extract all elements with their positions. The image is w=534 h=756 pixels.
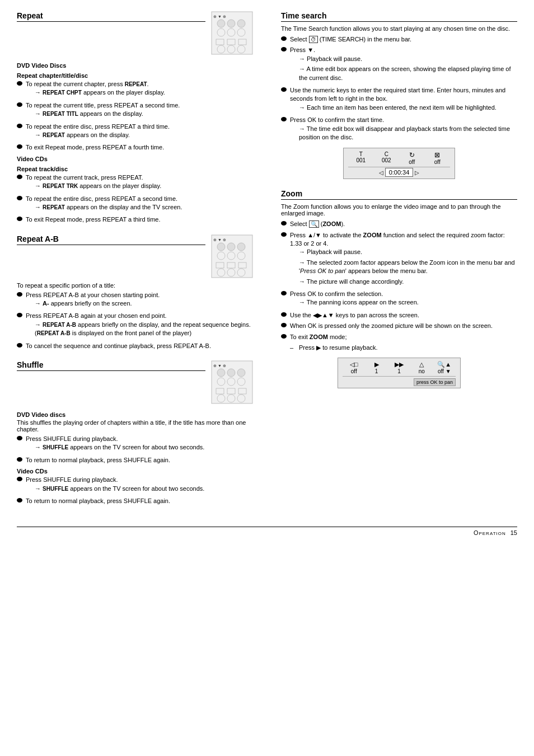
svg-text:⊕ ▼ ⊕: ⊕ ▼ ⊕ <box>213 364 226 368</box>
repeat-ab-intro: To repeat a specific portion of a title: <box>17 282 253 289</box>
arrow-text: → Each time an item has been entered, th… <box>299 104 517 112</box>
svg-point-16 <box>217 243 225 251</box>
list-item: Select ⏱ (TIME SEARCH) in the menu bar. <box>281 35 517 44</box>
zoom-display-top-row: ◁□ off ▶ 1 ▶▶ 1 △ no <box>343 361 456 377</box>
list-item: Use the ◀▶▲▼ keys to pan across the scre… <box>281 311 517 320</box>
dash-item: – Press ▶ to resume playback. <box>290 344 517 352</box>
bullet-icon <box>17 81 22 86</box>
vcd-subtitle: Video CDs <box>17 156 253 162</box>
time-search-intro: The Time Search function allows you to s… <box>281 25 517 32</box>
bullet-icon <box>281 323 287 327</box>
shuffle-dvd-list: Press SHUFFLE during playback. → SHUFFLE… <box>17 435 253 464</box>
repeat-ab-section: Repeat A-B ⊕ ▼ ⊕ <box>17 234 253 350</box>
repeat-ab-title: Repeat A-B <box>17 234 205 245</box>
zoom-col-3: ▶▶ 1 <box>391 361 407 374</box>
zoom-col-4: △ no <box>413 361 430 374</box>
repeat-dvd-list: To repeat the current chapter, press REP… <box>17 80 253 152</box>
list-item: To exit Repeat mode, press REPEAT a four… <box>17 143 253 152</box>
arrow-text: → REPEAT CHPT appears on the player disp… <box>35 88 165 97</box>
bullet-icon <box>17 124 22 128</box>
arrow-text: → REPEAT TRK appears on the player displ… <box>35 182 161 190</box>
zoom-title: Zoom <box>281 189 517 200</box>
shuffle-title: Shuffle <box>17 360 205 371</box>
list-item: To return to normal playback, press SHUF… <box>17 497 253 505</box>
shuffle-vcd-subtitle: Video CDs <box>17 468 253 475</box>
bullet-icon <box>281 291 287 295</box>
zoom-col-1: ◁□ off <box>345 361 362 374</box>
arrow-text: → A time edit box appears on the screen,… <box>299 65 517 82</box>
arrow-text: → Playback will pause. <box>299 248 517 256</box>
display-top-row: T 001 C 002 ↻ off ⊠ off <box>348 151 450 167</box>
zoom-section: Zoom The Zoom function allows you to enl… <box>281 189 517 388</box>
footer: Operation 15 <box>17 527 517 536</box>
svg-point-17 <box>227 243 235 251</box>
list-item: To cancel the sequence and continue play… <box>17 342 253 350</box>
remote-image-repeat: ⊕ ▼ ⊕ <box>211 11 253 55</box>
svg-point-31 <box>227 369 235 377</box>
zoom-list: Select 🔍 (ZOOM). Press ▲/▼ to activate t… <box>281 220 517 341</box>
list-item: Select 🔍 (ZOOM). <box>281 220 517 228</box>
list-item: To repeat the entire disc, press REPEAT … <box>17 195 253 214</box>
bullet-icon <box>281 334 287 339</box>
time-search-display: T 001 C 002 ↻ off ⊠ off <box>343 148 455 179</box>
bullet-icon <box>17 457 22 462</box>
left-column: Repeat ⊕ ▼ ⊕ <box>17 11 259 515</box>
shuffle-dvd-subtitle: DVD Video discs <box>17 411 253 418</box>
arrow-text: → The panning icons appear on the screen… <box>299 298 419 307</box>
list-item: To repeat the current chapter, press REP… <box>17 80 253 99</box>
svg-text:⊕ ▼ ⊕: ⊕ ▼ ⊕ <box>213 238 226 242</box>
arrow-text: → REPEAT A-B appears briefly on the disp… <box>35 321 253 338</box>
arrow-text: → The selected zoom factor appears below… <box>299 259 517 276</box>
list-item: Press SHUFFLE during playback. → SHUFFLE… <box>17 435 253 454</box>
bullet-icon <box>281 221 287 226</box>
bullet-icon <box>17 477 22 481</box>
arrow-text: → A- appears briefly on the screen. <box>35 299 160 308</box>
arrow-text: → REPEAT TITL appears on the display. <box>35 110 180 118</box>
shuffle-dvd-intro: This shuffles the playing order of chapt… <box>17 419 253 433</box>
bullet-icon <box>17 196 22 200</box>
dvd-subtitle: DVD Video Discs <box>17 62 253 69</box>
shuffle-section: Shuffle ⊕ ▼ ⊕ <box>17 360 253 505</box>
bullet-icon <box>17 313 22 317</box>
bullet-icon <box>17 292 22 297</box>
list-item: When OK is pressed only the zoomed pictu… <box>281 322 517 330</box>
remote-image-ab: ⊕ ▼ ⊕ <box>211 234 253 278</box>
arrow-text: → Playback will pause. <box>299 55 517 63</box>
dvd-sub2: Repeat chapter/title/disc <box>17 72 253 79</box>
display-col-repeat: ↻ off <box>402 151 421 165</box>
list-item: Press OK to confirm the start time. → Th… <box>281 116 517 143</box>
time-display-value: ◁ 0:00:34 ▷ <box>348 169 450 176</box>
bullet-icon <box>17 343 22 348</box>
svg-point-30 <box>217 369 225 377</box>
arrow-text: → The time edit box will disappear and p… <box>299 125 517 142</box>
arrow-text: → SHUFFLE appears on the TV screen for a… <box>35 485 204 493</box>
bullet-icon <box>281 36 287 41</box>
zoom-ok-pan-area: press OK to pan <box>343 378 456 385</box>
list-item: To repeat the current track, press REPEA… <box>17 173 253 192</box>
zoom-col-5: 🔍▲ off ▼ <box>436 361 453 374</box>
list-item: Press SHUFFLE during playback. → SHUFFLE… <box>17 476 253 495</box>
bullet-icon <box>281 312 287 317</box>
display-col-c: C 002 <box>377 151 396 165</box>
list-item: To repeat the entire disc, press REPEAT … <box>17 123 253 142</box>
shuffle-vcd-list: Press SHUFFLE during playback. → SHUFFLE… <box>17 476 253 505</box>
remote-image-shuffle: ⊕ ▼ ⊕ <box>211 360 253 404</box>
list-item: To return to normal playback, press SHUF… <box>17 456 253 464</box>
svg-point-3 <box>227 20 235 27</box>
zoom-intro: The Zoom function allows you to enlarge … <box>281 203 517 217</box>
svg-point-18 <box>237 243 245 251</box>
bullet-icon <box>281 117 287 121</box>
list-item: To exit Repeat mode, press REPEAT a thir… <box>17 215 253 224</box>
operation-label: Operation <box>474 529 506 536</box>
arrow-text: → The picture will change accordingly. <box>299 278 517 286</box>
bullet-icon <box>281 87 287 92</box>
bullet-icon <box>17 102 22 107</box>
arrow-text: → REPEAT appears on the display. <box>35 131 170 139</box>
list-item: Press REPEAT A-B again at your chosen en… <box>17 312 253 339</box>
bullet-icon <box>281 232 287 237</box>
list-item: Press OK to confirm the selection. → The… <box>281 290 517 309</box>
display-col-t: T 001 <box>351 151 371 165</box>
vcd-sub2: Repeat track/disc <box>17 166 253 172</box>
list-item: To exit ZOOM mode; <box>281 333 517 341</box>
bullet-icon <box>17 217 22 221</box>
